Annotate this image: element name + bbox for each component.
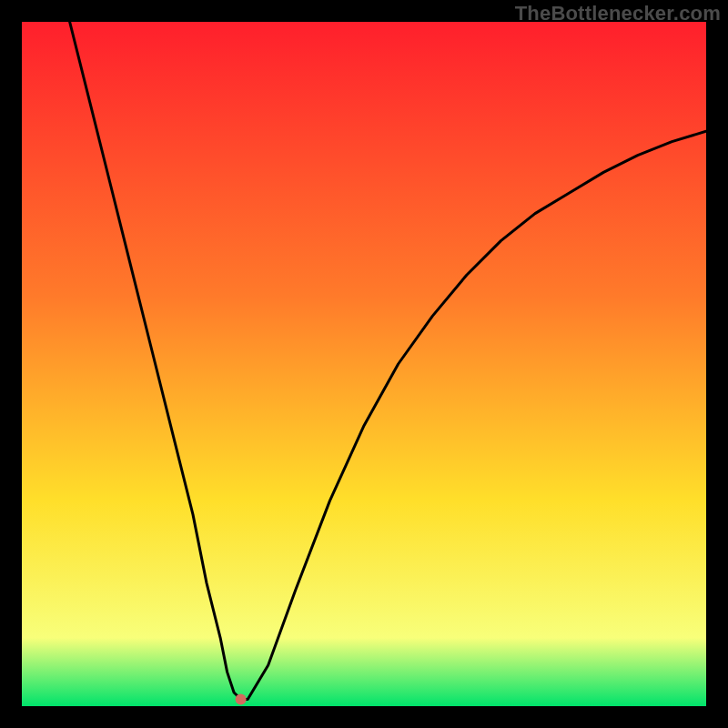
watermark-text: TheBottlenecker.com bbox=[515, 2, 721, 25]
chart-plot bbox=[22, 22, 706, 706]
minimum-marker bbox=[236, 694, 247, 705]
plot-background bbox=[22, 22, 706, 706]
chart-frame: TheBottlenecker.com bbox=[0, 0, 728, 728]
